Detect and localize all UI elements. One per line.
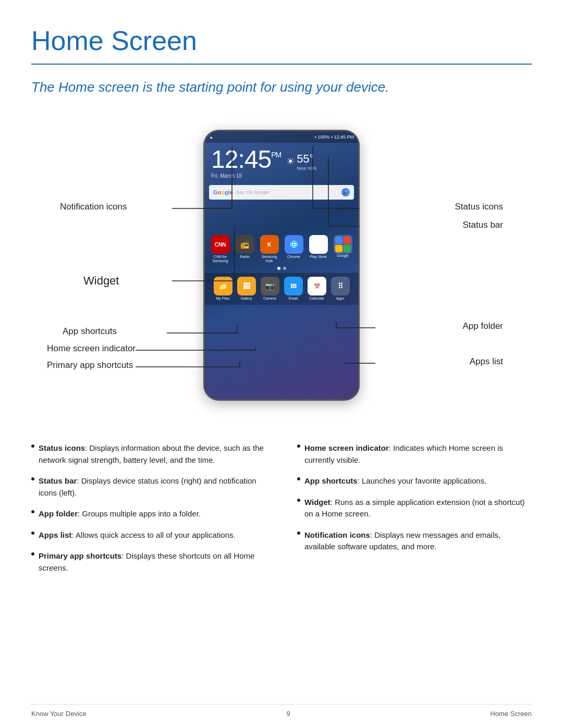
label-apps-list: Apps list (470, 356, 503, 367)
app-shortcuts-row: CNN CNN forSamsung 📻 Radio K SamsungKids (205, 233, 358, 265)
app-email[interactable]: ✉ Email (283, 277, 304, 301)
bullet-dot (31, 532, 34, 535)
clock-area: 12:45PM Fri, March 18 ☀ 55° New York (205, 143, 358, 181)
bullet-dot (31, 552, 34, 556)
bullet-text-notification-icons: Notification icons: Displays new message… (304, 529, 532, 553)
page-container: Home Screen The Home screen is the start… (0, 0, 563, 625)
app-cnn[interactable]: CNN CNN forSamsung (210, 235, 231, 263)
bullets-section: Status icons: Displays information about… (31, 442, 532, 583)
bullet-text-primary-shortcuts: Primary app shortcuts: Displays these sh… (39, 550, 266, 574)
label-home-screen-indicator: Home screen indicator (47, 343, 136, 354)
phone-screen: ▲ ▪ 100% ▪ 12:45 PM 12:45PM Fri, March 1… (205, 131, 358, 399)
app-gallery[interactable]: 🖼 Gallery (236, 277, 257, 301)
dot-2 (283, 267, 286, 270)
notification-icons-area: ▲ (209, 135, 313, 140)
label-app-folder: App folder (463, 321, 504, 331)
bullet-home-screen-indicator: Home screen indicator: Indicates which H… (297, 442, 532, 466)
bullet-widget: Widget: Runs as a simple application ext… (297, 497, 532, 520)
label-widget: Widget (83, 274, 119, 288)
bullet-notification-icons: Notification icons: Displays new message… (297, 529, 532, 553)
primary-apps-row: 📁 My Files 🖼 Gallery 📷 Camera ✉ (208, 275, 355, 303)
primary-app-bar: 📁 My Files 🖼 Gallery 📷 Camera ✉ (205, 272, 358, 305)
signal-icon: ▲ (209, 135, 213, 140)
clock-time: 12:45PM (211, 147, 281, 172)
calendar-icon: 📅 (308, 277, 326, 295)
bullet-dot (297, 499, 300, 502)
radio-icon: 📻 (236, 235, 254, 254)
app-myfiles[interactable]: 📁 My Files (213, 277, 234, 301)
label-status-icons: Status icons (455, 202, 503, 212)
wallpaper-area (205, 202, 358, 233)
status-bar: ▲ ▪ 100% ▪ 12:45 PM (205, 131, 358, 143)
bullet-dot (31, 510, 34, 513)
google-search-bar[interactable]: Google Say 'Ok Google' 🎤 (209, 185, 354, 200)
bullet-text-apps-list: Apps list: Allows quick access to all of… (39, 529, 236, 541)
label-app-shortcuts: App shortcuts (63, 326, 117, 337)
bullet-text-home-indicator: Home screen indicator: Indicates which H… (304, 442, 532, 466)
app-play-store[interactable]: ▶ Play Store (308, 235, 329, 263)
cnn-icon: CNN (211, 235, 230, 254)
bullets-right: Home screen indicator: Indicates which H… (297, 442, 532, 583)
dot-1 (277, 267, 280, 270)
phone-mockup: ▲ ▪ 100% ▪ 12:45 PM 12:45PM Fri, March 1… (203, 130, 360, 401)
bullet-app-folder: App folder: Groups multiple apps into a … (31, 508, 266, 520)
app-samsung-kids[interactable]: K SamsungKids (259, 235, 280, 263)
bullet-apps-list: Apps list: Allows quick access to all of… (31, 529, 266, 541)
home-screen-indicator (205, 265, 358, 272)
google-logo: Google (213, 189, 233, 195)
email-icon: ✉ (284, 277, 303, 295)
bullet-primary-app-shortcuts: Primary app shortcuts: Displays these sh… (31, 550, 266, 574)
app-camera[interactable]: 📷 Camera (260, 277, 280, 301)
apps-icon: ⠿ (331, 277, 350, 295)
page-title: Home Screen (31, 25, 532, 65)
chrome-icon: 🌐 (285, 235, 303, 254)
page-subtitle: The Home screen is the starting point fo… (31, 79, 532, 95)
bullet-dot (297, 445, 300, 448)
bullet-status-icons: Status icons: Displays information about… (31, 442, 266, 466)
bullet-text-status-icons: Status icons: Displays information about… (39, 442, 266, 466)
gallery-icon: 🖼 (237, 277, 256, 295)
playstore-icon: ▶ (309, 235, 328, 254)
bullet-text-status-bar: Status bar: Displays device status icons… (39, 475, 266, 499)
bullet-text-app-shortcuts: App shortcuts: Launches your favorite ap… (304, 475, 486, 487)
clock-date: Fri, March 18 (211, 173, 281, 179)
diagram-area: ▲ ▪ 100% ▪ 12:45 PM 12:45PM Fri, March 1… (31, 114, 532, 416)
app-radio[interactable]: 📻 Radio (235, 235, 255, 263)
google-search-placeholder: Say 'Ok Google' (236, 190, 338, 195)
app-apps[interactable]: ⠿ Apps (330, 277, 351, 301)
bullet-app-shortcuts: App shortcuts: Launches your favorite ap… (297, 475, 532, 487)
label-status-bar: Status bar (463, 220, 504, 230)
app-folder-google[interactable]: Google (333, 235, 353, 263)
app-chrome[interactable]: 🌐 Chrome (284, 235, 304, 263)
app-calendar[interactable]: 📅 Calendar (307, 277, 327, 301)
status-icons-text: ▪ 100% ▪ 12:45 PM (315, 134, 354, 140)
bullet-dot (297, 532, 300, 535)
camera-icon: 📷 (261, 277, 279, 295)
footer: Know Your Device 9 Home Screen (31, 704, 532, 718)
bullet-dot (31, 477, 34, 480)
label-primary-app-shortcuts: Primary app shortcuts (47, 360, 133, 371)
weather-info: ☀ 55° New York (286, 152, 316, 171)
mic-icon[interactable]: 🎤 (341, 188, 350, 196)
label-notification-icons: Notification icons (60, 202, 127, 212)
footer-center: 9 (286, 710, 290, 718)
bullet-dot (31, 445, 34, 448)
bullet-dot (297, 477, 300, 480)
kids-icon: K (260, 235, 279, 254)
footer-left: Know Your Device (31, 710, 87, 718)
bullet-text-widget: Widget: Runs as a simple application ext… (304, 497, 532, 520)
footer-right: Home Screen (491, 710, 532, 718)
folder-icon (334, 235, 352, 254)
bullet-status-bar: Status bar: Displays device status icons… (31, 475, 266, 499)
bullets-left: Status icons: Displays information about… (31, 442, 266, 583)
bullet-text-app-folder: App folder: Groups multiple apps into a … (39, 508, 201, 520)
myfiles-icon: 📁 (214, 277, 232, 295)
